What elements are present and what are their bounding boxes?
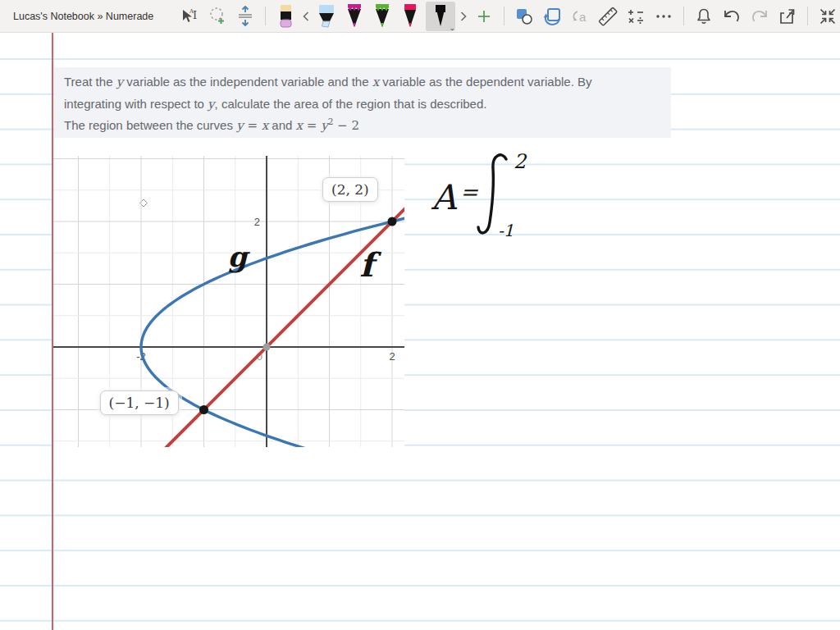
pen-red-icon: [401, 4, 419, 29]
toolbar-divider: [807, 7, 808, 25]
lasso-select-icon: [208, 6, 227, 27]
curve-label-g: g: [228, 240, 251, 273]
ink-to-text-icon: a: [569, 6, 591, 27]
pen-black-icon: [431, 4, 450, 29]
collapse-icon: [818, 7, 838, 26]
margin-line: [52, 33, 53, 630]
math-tool[interactable]: [623, 2, 648, 30]
curve-label-f: f: [359, 245, 381, 284]
select-type-tool[interactable]: I A: [177, 2, 202, 30]
chevron-left-icon: [303, 11, 309, 21]
origin-point: [263, 344, 271, 351]
ink-replay-tool[interactable]: [540, 2, 564, 30]
select-type-icon: I A: [180, 7, 199, 26]
pen-black-tool[interactable]: ⌄: [426, 2, 455, 31]
collapse-button[interactable]: [815, 2, 840, 30]
svg-text:A: A: [189, 8, 194, 15]
pen-scroll-left[interactable]: [301, 2, 311, 30]
plus-icon: [476, 8, 492, 25]
share-icon: [777, 7, 798, 26]
toolbar-divider: [504, 7, 504, 25]
intersection-point: [199, 405, 208, 414]
toolbar: Lucas's Notebook » Numerade I A: [0, 0, 840, 33]
handwritten-A-equals: A =: [431, 177, 478, 217]
ink-to-text-tool[interactable]: a: [568, 2, 592, 30]
undo-icon: [721, 7, 742, 26]
integral-upper-limit: 2: [514, 150, 527, 173]
notifications-button[interactable]: [692, 2, 716, 30]
y-tick-label: 2: [254, 216, 260, 228]
integral-lower-limit: -1: [498, 221, 514, 240]
ink-replay-icon: [541, 6, 563, 27]
pencil-magenta-tool[interactable]: [342, 2, 367, 30]
eraser-tool[interactable]: [273, 2, 298, 30]
redo-icon: [749, 7, 770, 26]
insert-space-icon: [235, 5, 255, 27]
curve-f: [157, 203, 404, 447]
pen-red-tool[interactable]: [398, 2, 422, 30]
graph-image[interactable]: -2022fg (2, 2)(−1, −1): [52, 156, 404, 447]
toolbar-divider: [683, 7, 684, 25]
pencil-magenta-icon: [345, 4, 363, 29]
problem-statement[interactable]: Treat the y variable as the independent …: [54, 67, 671, 138]
handwritten-work[interactable]: A = 2 -1: [410, 144, 566, 308]
problem-line-1: Treat the y variable as the independent …: [64, 71, 661, 94]
add-pen-button[interactable]: [472, 2, 496, 30]
problem-line-3: The region between the curves y = x and …: [64, 115, 661, 137]
pencil-green-tool[interactable]: [370, 2, 395, 30]
chevron-down-icon: ⌄: [449, 24, 455, 32]
point-label: (2, 2): [322, 177, 378, 202]
highlighter-blue-tool[interactable]: [314, 2, 339, 30]
math-icon: [626, 7, 646, 26]
chevron-right-icon: [460, 11, 467, 21]
bell-icon: [694, 7, 714, 26]
ruler-icon: [597, 6, 619, 27]
ruler-tool[interactable]: [596, 2, 620, 30]
more-tools-button[interactable]: [651, 2, 676, 30]
lasso-select-tool[interactable]: [205, 2, 230, 30]
shapes-tool[interactable]: [512, 2, 536, 30]
pen-scroll-right[interactable]: [459, 2, 468, 30]
shapes-icon: [514, 7, 534, 26]
onenote-window: { "window": { "title": "Lucas's Notebook…: [0, 0, 840, 630]
toolbar-divider: [265, 7, 266, 25]
insert-space-tool[interactable]: [233, 2, 258, 30]
ellipsis-icon: [654, 7, 673, 26]
x-tick-label: 2: [389, 350, 395, 363]
problem-line-2: integrating with respect to y, calculate…: [64, 94, 661, 116]
handwritten-A: A: [431, 177, 458, 217]
pencil-green-icon: [373, 4, 391, 29]
handwritten-equals: =: [460, 180, 478, 204]
share-button[interactable]: [775, 2, 800, 30]
notebook-title[interactable]: Lucas's Notebook » Numerade: [13, 11, 174, 22]
redo-button[interactable]: [747, 2, 772, 30]
intersection-point: [388, 217, 397, 226]
notebook-page[interactable]: Treat the y variable as the independent …: [0, 33, 840, 630]
point-label: (−1, −1): [100, 390, 179, 415]
eraser-icon: [277, 4, 294, 29]
svg-text:a: a: [579, 10, 587, 24]
highlighter-icon: [317, 4, 336, 29]
undo-button[interactable]: [719, 2, 744, 30]
